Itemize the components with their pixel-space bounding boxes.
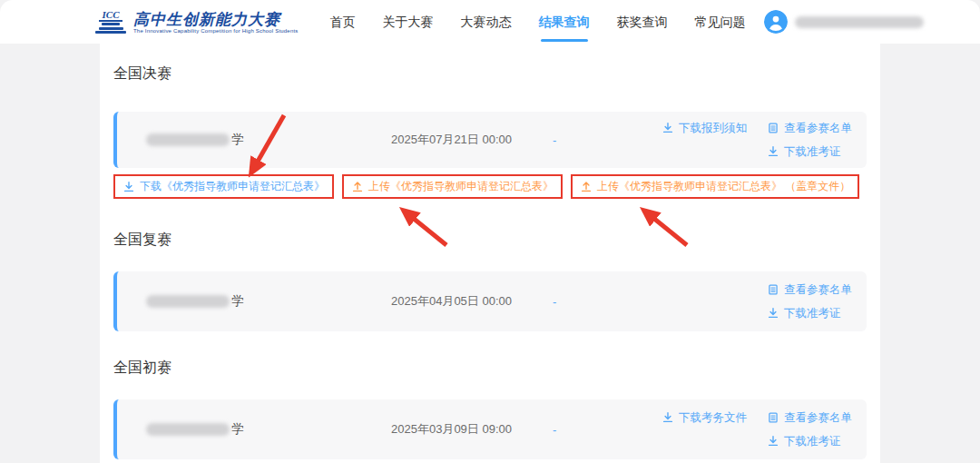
view-participant-list-link[interactable]: 查看参赛名单 (767, 121, 852, 136)
school-name: 学 (146, 293, 364, 310)
download-admission-ticket-link[interactable]: 下载准考证 (767, 306, 852, 321)
user-menu[interactable] (764, 10, 924, 34)
nav-news[interactable]: 大赛动态 (461, 0, 512, 44)
link-label: 下载准考证 (784, 144, 841, 160)
upload-teacher-form-button[interactable]: 上传《优秀指导教师申请登记汇总表》 (342, 174, 563, 199)
download-admission-ticket-link[interactable]: 下载准考证 (767, 434, 852, 449)
teacher-form-actions: 下载《优秀指导教师申请登记汇总表》 上传《优秀指导教师申请登记汇总表》 上传《优… (113, 174, 867, 199)
results-panel: 全国决赛 学 2025年07月21日 00:00 - 下载报到须知 查看参赛名单 (100, 44, 880, 463)
link-label: 下载考务文件 (679, 410, 747, 426)
score-placeholder: - (553, 423, 556, 437)
redacted-school-name (146, 133, 230, 146)
button-label: 上传《优秀指导教师申请登记汇总表》 (368, 179, 554, 194)
site-logo[interactable]: ICC 高中生创新能力大赛 The Innovative Capability … (95, 10, 299, 34)
view-participant-list-link[interactable]: 查看参赛名单 (767, 282, 852, 298)
link-label: 下载报到须知 (679, 121, 747, 136)
button-label: 下载《优秀指导教师申请登记汇总表》 (140, 179, 325, 194)
link-label: 查看参赛名单 (784, 282, 852, 298)
download-checkin-notice-link[interactable]: 下载报到须知 (662, 121, 747, 136)
section-title-semifinals: 全国复赛 (113, 230, 867, 250)
view-participant-list-link[interactable]: 查看参赛名单 (767, 410, 852, 426)
list-icon (767, 283, 779, 296)
download-exam-files-link[interactable]: 下载考务文件 (662, 410, 747, 426)
icc-text: ICC (99, 10, 123, 22)
results-page: { "header": { "logo": { "icc": "ICC", "t… (0, 0, 980, 463)
list-icon (767, 411, 779, 424)
nav-about[interactable]: 关于大赛 (383, 0, 434, 44)
download-icon (662, 122, 674, 134)
upload-stamped-teacher-form-button[interactable]: 上传《优秀指导教师申请登记汇总表》 （盖章文件） (571, 174, 859, 199)
download-icon (767, 307, 779, 320)
card-links: 下载报到须知 查看参赛名单 下载准考证 (662, 121, 852, 160)
nav-results[interactable]: 结果查询 (539, 0, 590, 44)
school-name-suffix: 学 (231, 293, 244, 310)
nav-faq[interactable]: 常见问题 (695, 0, 746, 44)
event-datetime: 2025年04月05日 00:00 (391, 293, 553, 310)
school-name-suffix: 学 (231, 421, 244, 438)
list-icon (767, 122, 779, 134)
main-nav: 首页 关于大赛 大赛动态 结果查询 获奖查询 常见问题 (330, 0, 746, 44)
event-datetime: 2025年07月21日 00:00 (391, 132, 553, 148)
logo-title: 高中生创新能力大赛 (133, 11, 299, 28)
card-links: 下载考务文件 查看参赛名单 下载准考证 (662, 410, 852, 449)
school-name: 学 (146, 132, 364, 148)
link-label: 下载准考证 (784, 434, 841, 449)
top-navbar: ICC 高中生创新能力大赛 The Innovative Capability … (0, 0, 980, 44)
upload-icon (351, 181, 364, 193)
link-label: 下载准考证 (784, 306, 841, 321)
nav-home[interactable]: 首页 (330, 0, 356, 44)
event-datetime: 2025年03月09日 09:00 (391, 421, 553, 438)
section-title-preliminary: 全国初赛 (113, 358, 867, 378)
download-icon (767, 435, 779, 448)
logo-subtitle: The Innovative Capability Competition fo… (133, 28, 299, 34)
redacted-school-name (146, 423, 230, 436)
nav-awards[interactable]: 获奖查询 (617, 0, 668, 44)
download-icon (662, 411, 674, 424)
finals-card: 学 2025年07月21日 00:00 - 下载报到须知 查看参赛名单 下载准考… (113, 112, 867, 168)
score-placeholder: - (553, 295, 556, 309)
download-icon (122, 181, 135, 193)
school-name-suffix: 学 (231, 132, 244, 148)
download-teacher-form-button[interactable]: 下载《优秀指导教师申请登记汇总表》 (113, 174, 334, 199)
link-label: 查看参赛名单 (784, 121, 852, 136)
score-placeholder: - (553, 133, 556, 147)
user-avatar-icon (764, 10, 788, 34)
redacted-school-name (146, 295, 230, 308)
upload-icon (580, 181, 593, 193)
icc-podium-icon: ICC (95, 10, 126, 34)
button-label: 上传《优秀指导教师申请登记汇总表》 （盖章文件） (597, 179, 850, 194)
semifinals-card: 学 2025年04月05日 00:00 - 查看参赛名单 下载准考证 (113, 271, 867, 331)
preliminary-card: 学 2025年03月09日 09:00 - 下载考务文件 查看参赛名单 下载准考… (113, 399, 867, 459)
link-label: 查看参赛名单 (784, 410, 852, 426)
redacted-username (795, 16, 924, 28)
school-name: 学 (146, 421, 364, 438)
card-links: 查看参赛名单 下载准考证 (767, 282, 852, 321)
download-icon (767, 145, 779, 158)
download-admission-ticket-link[interactable]: 下载准考证 (767, 144, 852, 160)
section-title-finals: 全国决赛 (113, 64, 867, 84)
